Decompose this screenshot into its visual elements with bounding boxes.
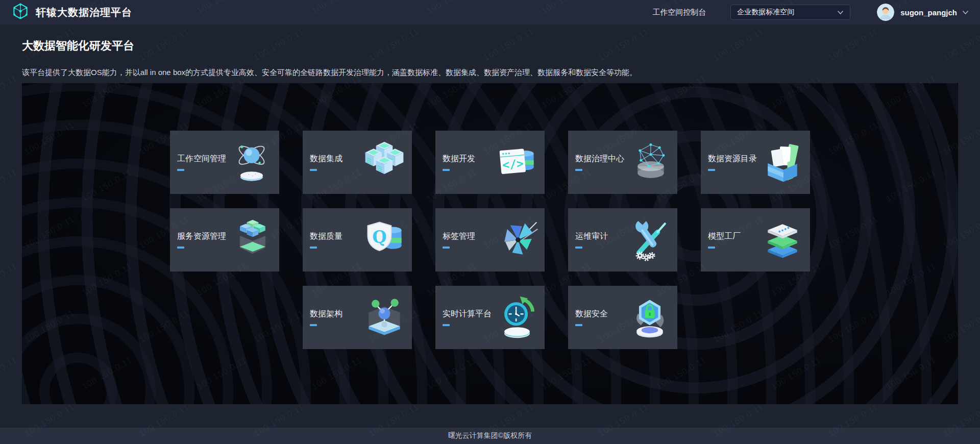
data-integration-icon — [360, 134, 409, 190]
card-text: 数据架构 — [310, 309, 342, 326]
data-architecture-icon — [360, 289, 409, 346]
username-label[interactable]: sugon_pangjch — [900, 8, 957, 17]
card-data-integration[interactable]: 数据集成 — [303, 131, 412, 194]
card-label: 实时计算平台 — [443, 309, 492, 319]
card-data-quality[interactable]: 数据质量 Q — [303, 208, 412, 272]
card-accent-underline — [310, 324, 317, 326]
service-resource-management-icon — [227, 212, 276, 268]
card-accent-underline — [575, 246, 582, 249]
card-workspace-management[interactable]: 工作空间管理 — [170, 131, 279, 194]
card-realtime-computing[interactable]: 实时计算平台 — [435, 286, 545, 349]
data-security-icon — [625, 289, 674, 346]
user-avatar[interactable] — [877, 4, 894, 21]
card-text: 服务资源管理 — [177, 231, 226, 249]
copyright-text: 曙光云计算集团©版权所有 — [448, 431, 532, 440]
page-title: 大数据智能化研发平台 — [22, 38, 134, 54]
card-label: 数据安全 — [575, 309, 608, 319]
card-text: 数据安全 — [575, 309, 608, 326]
card-label: 数据开发 — [443, 154, 475, 164]
top-navbar: 轩辕大数据治理平台 工作空间控制台 企业数据标准空间 sugon_pangjch — [0, 0, 980, 24]
card-ops-audit[interactable]: 运维审计 — [568, 208, 677, 272]
watermark-text: 100.150.0.11 — [941, 27, 980, 63]
card-data-security[interactable]: 数据安全 — [568, 286, 677, 349]
data-quality-icon: Q — [360, 212, 409, 268]
watermark-text: 100.150.0.11 — [0, 261, 19, 298]
card-data-architecture[interactable]: 数据架构 — [303, 286, 412, 349]
card-text: 数据治理中心 — [575, 154, 624, 171]
tag-management-icon — [493, 212, 542, 268]
card-label: 模型工厂 — [708, 231, 741, 242]
watermark-text: 100.150.0.11 — [712, 27, 765, 63]
card-text: 工作空间管理 — [177, 154, 226, 171]
card-accent-underline — [177, 246, 184, 249]
card-text: 实时计算平台 — [443, 309, 492, 326]
app-logo: 轩辕大数据治理平台 — [11, 2, 132, 22]
watermark-text: 100.150.0.11 — [137, 27, 191, 63]
card-label: 运维审计 — [575, 231, 608, 242]
card-service-resource-management[interactable]: 服务资源管理 — [170, 208, 279, 272]
watermark-text: 100.150.0.11 — [0, 167, 19, 204]
card-label: 服务资源管理 — [177, 231, 226, 242]
user-menu-chevron-down-icon[interactable] — [962, 8, 969, 17]
card-text: 数据开发 — [443, 154, 475, 171]
card-text: 数据集成 — [310, 154, 342, 171]
watermark-text: 100.150.0.11 — [826, 27, 880, 63]
card-label: 工作空间管理 — [177, 154, 226, 164]
workspace-management-icon — [227, 134, 276, 190]
card-accent-underline — [443, 324, 450, 326]
card-data-development[interactable]: 数据开发 </> — [435, 131, 545, 194]
model-factory-icon — [758, 212, 807, 268]
watermark-text: 100.150.0.11 — [0, 355, 19, 392]
card-data-resource-catalog[interactable]: 数据资源目录 — [701, 131, 810, 194]
footer: 曙光云计算集团©版权所有 — [0, 428, 980, 444]
card-text: 运维审计 — [575, 231, 608, 249]
workspace-select[interactable]: 企业数据标准空间 — [730, 5, 850, 20]
card-label: 数据集成 — [310, 154, 342, 164]
watermark-text: 100.150.0.11 — [597, 27, 650, 63]
workspace-console-link[interactable]: 工作空间控制台 — [652, 8, 706, 17]
card-label: 数据治理中心 — [575, 154, 624, 164]
data-development-icon: </> — [493, 134, 542, 190]
card-accent-underline — [708, 169, 715, 171]
workspace-select-value: 企业数据标准空间 — [737, 8, 794, 17]
card-tag-management[interactable]: 标签管理 — [435, 208, 545, 272]
card-accent-underline — [310, 169, 317, 171]
card-accent-underline — [575, 169, 582, 171]
card-text: 数据资源目录 — [708, 154, 757, 171]
card-accent-underline — [575, 324, 582, 326]
module-card-grid: 工作空间管理 — [170, 131, 810, 349]
data-resource-catalog-icon — [758, 134, 807, 190]
data-governance-center-icon — [625, 134, 674, 190]
card-label: 数据质量 — [310, 231, 342, 242]
ops-audit-icon — [625, 212, 674, 268]
card-accent-underline — [443, 246, 450, 249]
svg-text:Q: Q — [372, 227, 386, 247]
card-text: 数据质量 — [310, 231, 342, 249]
watermark-text: 100.150.0.11 — [252, 27, 306, 63]
card-data-governance-center[interactable]: 数据治理中心 — [568, 131, 677, 194]
watermark-text: 100.150.0.11 — [367, 27, 421, 63]
card-accent-underline — [708, 246, 715, 249]
hero-panel: 工作空间管理 — [22, 83, 958, 404]
card-text: 标签管理 — [443, 231, 475, 249]
card-model-factory[interactable]: 模型工厂 — [701, 208, 810, 272]
realtime-computing-icon — [493, 289, 542, 346]
card-label: 标签管理 — [443, 231, 475, 242]
header-right: 工作空间控制台 企业数据标准空间 sugon_pangjch — [652, 4, 969, 21]
page-description: 该平台提供了大数据OS能力，并以all in one box的方式提供专业高效、… — [22, 68, 637, 78]
card-label: 数据资源目录 — [708, 154, 757, 164]
watermark-text: 100.150.0.11 — [0, 73, 19, 110]
card-accent-underline — [310, 246, 317, 249]
hexagon-network-logo-icon — [11, 2, 30, 22]
app-title: 轩辕大数据治理平台 — [36, 6, 132, 19]
watermark-text: 100.150.0.11 — [482, 27, 535, 63]
card-text: 模型工厂 — [708, 231, 741, 249]
card-label: 数据架构 — [310, 309, 342, 319]
card-accent-underline — [177, 169, 184, 171]
card-accent-underline — [443, 169, 450, 171]
chevron-down-icon — [837, 8, 844, 16]
svg-text:</>: </> — [502, 157, 524, 172]
